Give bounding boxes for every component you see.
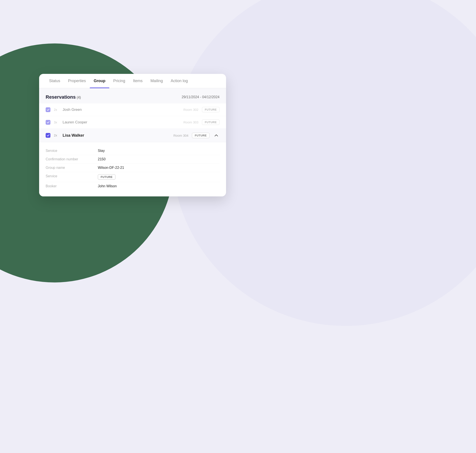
tab-bar: Status Properties Group Pricing Items Ma…	[39, 74, 226, 88]
detail-row-service: Service Stay	[46, 147, 220, 155]
detail-value-service: Stay	[98, 149, 105, 153]
qty-row-3: 2x	[54, 134, 59, 137]
reservation-row-3: 2x Lisa Walker Room 304 FUTURE	[39, 129, 226, 142]
main-card: Status Properties Group Pricing Items Ma…	[39, 74, 226, 196]
tab-status[interactable]: Status	[45, 74, 64, 88]
guest-name-row-2: Lauren Cooper	[63, 120, 180, 125]
reservations-title: Reservations (4)	[46, 94, 81, 100]
detail-panel: Service Stay Confirmation number 2150 Gr…	[39, 142, 226, 196]
expand-toggle-row-3[interactable]	[213, 132, 220, 139]
detail-label-booker: Booker	[46, 184, 98, 188]
date-range: 29/11/2024 - 04/12/2024	[182, 95, 220, 99]
detail-label-service: Service	[46, 149, 98, 153]
guest-name-row-3: Lisa Walker	[63, 133, 170, 138]
detail-label-group-name: Group name	[46, 166, 98, 170]
qty-row-2: 3x	[54, 120, 59, 124]
detail-label-confirmation: Confirmation number	[46, 157, 98, 161]
qty-row-1: 2x	[54, 108, 59, 112]
room-row-2: Room 303	[183, 120, 198, 124]
detail-row-service-status: Service FUTURE	[46, 172, 220, 182]
detail-row-confirmation: Confirmation number 2150	[46, 155, 220, 164]
detail-row-booker: Booker John Wilson	[46, 182, 220, 190]
status-badge-row-2: FUTURE	[202, 120, 220, 125]
status-badge-row-3: FUTURE	[192, 133, 209, 138]
tab-group[interactable]: Group	[90, 74, 109, 88]
detail-value-group-name: Wilson-DF-22-21	[98, 166, 124, 170]
tab-properties[interactable]: Properties	[64, 74, 90, 88]
tab-items[interactable]: Items	[129, 74, 146, 88]
checkbox-row-3[interactable]	[46, 133, 50, 138]
tab-mailing[interactable]: Mailing	[146, 74, 167, 88]
room-row-3: Room 304	[173, 134, 188, 137]
reservation-row-2: 3x Lauren Cooper Room 303 FUTURE	[39, 116, 226, 129]
status-badge-row-1: FUTURE	[202, 107, 220, 112]
room-row-1: Room 302	[183, 108, 198, 112]
reservation-row-1: 2x Josh Green Room 302 FUTURE	[39, 103, 226, 116]
tab-action-log[interactable]: Action log	[167, 74, 192, 88]
checkbox-row-1[interactable]	[46, 107, 50, 112]
detail-value-service-status: FUTURE	[98, 174, 115, 180]
detail-value-booker: John Wilson	[98, 184, 117, 188]
detail-value-confirmation: 2150	[98, 157, 106, 161]
tab-pricing[interactable]: Pricing	[109, 74, 129, 88]
reservations-title-text: Reservations	[46, 94, 76, 100]
reservations-count: (4)	[77, 96, 81, 99]
reservations-header: Reservations (4) 29/11/2024 - 04/12/2024	[39, 88, 226, 103]
detail-row-group-name: Group name Wilson-DF-22-21	[46, 164, 220, 172]
detail-label-service-status: Service	[46, 174, 98, 178]
guest-name-row-1: Josh Green	[63, 107, 180, 112]
checkbox-row-2[interactable]	[46, 120, 50, 125]
